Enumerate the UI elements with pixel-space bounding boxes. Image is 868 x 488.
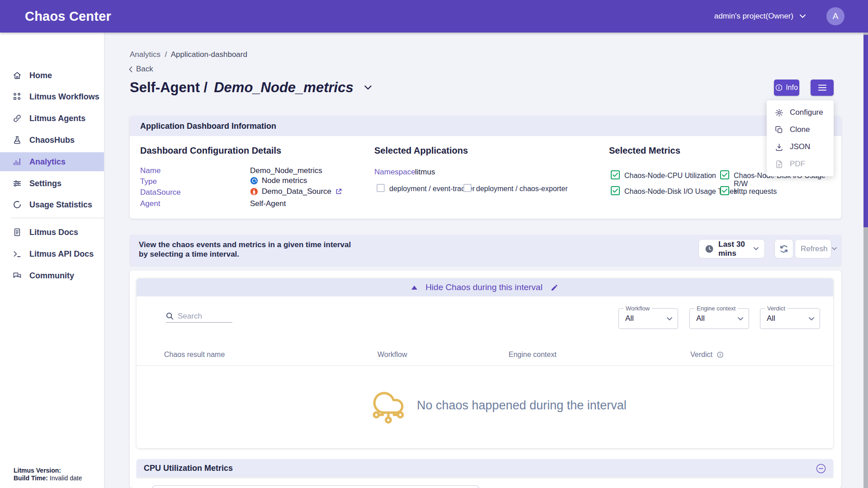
external-link-icon[interactable]: [335, 188, 342, 195]
sidebar-item-litmus-api-docs[interactable]: Litmus API Docs: [0, 244, 104, 263]
info-button[interactable]: Info: [774, 80, 799, 96]
config-value-type-text: Node metrics: [262, 176, 307, 185]
workflow-filter-value: All: [625, 314, 634, 323]
refresh-interval-dropdown[interactable]: Refresh: [795, 239, 831, 258]
sidebar: Home Litmus Workflows Litmus Agents Chao…: [0, 33, 104, 488]
refresh-button[interactable]: [774, 239, 793, 258]
verdict-info-icon[interactable]: [717, 352, 723, 358]
prometheus-icon: [250, 188, 258, 196]
checkbox-label-event-tracker: deployment / event-tracker: [389, 185, 475, 193]
table-header-divider: [137, 366, 833, 366]
chevron-down-icon: [832, 247, 837, 250]
home-icon: [13, 71, 22, 80]
time-range-value: Last 30 mins: [718, 240, 749, 258]
workflow-filter-select[interactable]: Workflow All: [618, 308, 678, 329]
sidebar-item-litmus-workflows[interactable]: Litmus Workflows: [0, 87, 104, 106]
checkbox-http-requests[interactable]: [720, 186, 729, 195]
agents-icon: [13, 114, 22, 123]
title-chevron-down-icon[interactable]: [364, 85, 372, 90]
time-interval-description: View the chaos events and metrics in a g…: [139, 240, 351, 259]
sidebar-item-label: Home: [29, 71, 52, 80]
build-time-label: Build Time:: [14, 474, 48, 482]
sidebar-item-chaoshubs[interactable]: ChaosHubs: [0, 131, 104, 150]
workflow-filter-label: Workflow: [623, 305, 652, 312]
chaoshubs-icon: [13, 136, 22, 145]
checkbox-label-chaos-exporter: deployment / chaos-exporter: [476, 185, 568, 193]
menu-item-json[interactable]: JSON: [767, 138, 834, 155]
docs-icon: [13, 228, 22, 237]
checkbox-disk-io-rw[interactable]: [720, 170, 729, 179]
empty-state: No chaos happened during the interval: [372, 386, 627, 425]
usage-statistics-icon: [13, 200, 22, 209]
time-range-dropdown[interactable]: Last 30 mins: [698, 239, 765, 258]
chaos-toggle-bar: Hide Chaos during this interval: [137, 278, 833, 296]
avatar[interactable]: A: [826, 7, 844, 25]
namespace-label: Namespace: [374, 168, 415, 177]
chevron-down-icon: [800, 14, 806, 18]
sidebar-item-usage-statistics[interactable]: Usage Statistics: [0, 195, 104, 214]
collapse-triangle-icon[interactable]: [411, 286, 417, 290]
selected-applications-title: Selected Applications: [374, 145, 468, 156]
sidebar-item-label: Community: [29, 271, 74, 281]
sidebar-item-home[interactable]: Home: [0, 66, 104, 85]
sidebar-item-label: Litmus Docs: [29, 228, 78, 237]
app-title: Chaos Center: [25, 0, 111, 33]
search-icon: [166, 312, 174, 320]
sidebar-item-community[interactable]: Community: [0, 266, 104, 285]
verdict-filter-value: All: [767, 314, 775, 323]
menu-item-label: Clone: [790, 125, 810, 134]
card-header: Application Dashboard Information: [130, 116, 841, 136]
config-label-agent: Agent: [140, 199, 160, 208]
application-dashboard-information-card: Application Dashboard Information Dashbo…: [130, 116, 841, 219]
top-header: Chaos Center admin's project(Owner) A: [0, 0, 868, 33]
time-interval-banner: View the chaos events and metrics in a g…: [130, 235, 841, 266]
card-header-title: Application Dashboard Information: [140, 122, 276, 131]
checkbox-disk-io-times[interactable]: [611, 186, 620, 195]
search-input[interactable]: [178, 312, 227, 321]
download-icon: [775, 143, 783, 151]
checkbox-event-tracker[interactable]: [377, 184, 385, 192]
edit-pencil-icon[interactable]: [551, 284, 558, 291]
selected-metrics-title: Selected Metrics: [609, 145, 680, 156]
check-icon: [613, 188, 618, 193]
main-content: Analytics / Application-dashboard Back S…: [104, 33, 868, 488]
sidebar-item-label: Litmus API Docs: [29, 249, 94, 259]
verdict-filter-select[interactable]: Verdict All: [760, 308, 820, 329]
info-icon: [775, 84, 783, 91]
engine-context-filter-select[interactable]: Engine context All: [689, 308, 749, 329]
sidebar-item-analytics[interactable]: Analytics: [0, 152, 104, 171]
collapse-minus-icon[interactable]: [816, 464, 826, 474]
breadcrumb: Analytics / Application-dashboard: [130, 50, 247, 59]
breadcrumb-application-dashboard[interactable]: Application-dashboard: [171, 50, 247, 59]
config-value-datasource-text: Demo_Data_Source: [262, 187, 331, 196]
menu-item-pdf[interactable]: PDF: [767, 155, 834, 173]
menu-item-clone[interactable]: Clone: [767, 121, 834, 138]
checkbox-chaos-exporter[interactable]: [463, 184, 472, 192]
gear-icon: [775, 108, 783, 117]
project-selector[interactable]: admin's project(Owner): [714, 0, 806, 33]
app-frame: Chaos Center admin's project(Owner) A Ho…: [0, 0, 868, 488]
refresh-icon: [779, 244, 789, 254]
scrollbar-thumb[interactable]: [863, 35, 868, 227]
menu-item-label: JSON: [790, 142, 810, 151]
breadcrumb-analytics[interactable]: Analytics: [130, 50, 160, 59]
settings-icon: [13, 179, 22, 188]
menu-item-configure[interactable]: Configure: [767, 104, 834, 121]
refresh-label: Refresh: [801, 244, 828, 253]
checkbox-cpu-utilization[interactable]: [611, 170, 620, 179]
chaos-toggle-label[interactable]: Hide Chaos during this interval: [425, 282, 542, 292]
file-icon: [775, 160, 783, 169]
sidebar-divider: [11, 218, 104, 218]
sidebar-item-settings[interactable]: Settings: [0, 174, 104, 193]
column-header-engine-context: Engine context: [509, 351, 557, 359]
back-link[interactable]: Back: [129, 65, 153, 74]
check-icon: [613, 173, 618, 177]
sidebar-item-litmus-docs[interactable]: Litmus Docs: [0, 223, 104, 242]
configuration-details-title: Dashboard Configuration Details: [140, 145, 281, 156]
config-label-name: Name: [140, 166, 160, 175]
sidebar-item-litmus-agents[interactable]: Litmus Agents: [0, 109, 104, 128]
column-header-workflow: Workflow: [377, 351, 407, 359]
title-agent: Self-Agent /: [130, 80, 208, 96]
dashboard-menu-button[interactable]: [811, 80, 834, 96]
page-title: Self-Agent / Demo_Node_metrics: [130, 80, 372, 96]
